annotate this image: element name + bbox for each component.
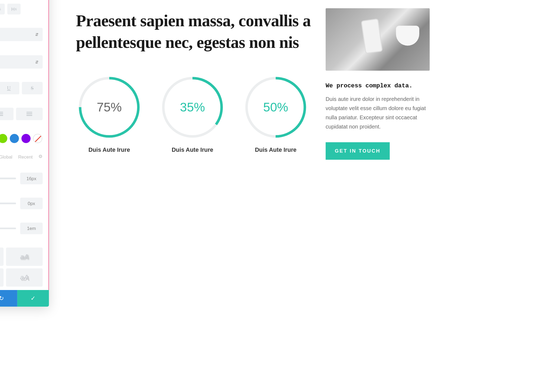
heading-level-h6[interactable]: H6 [7, 4, 21, 14]
color-swatch-6[interactable] [10, 134, 19, 143]
preview-headline: Praesent sapien massa, convallis a pelle… [76, 10, 313, 53]
svg-rect-15 [0, 115, 3, 116]
gear-icon[interactable]: ⚙ [38, 154, 42, 159]
preview-subheadline: We process complex data. [326, 82, 430, 89]
svg-rect-14 [0, 114, 3, 114]
global-colors-tab[interactable]: Global [0, 154, 12, 159]
font-select[interactable]: Default [0, 28, 43, 41]
spacing-value[interactable]: 0px [20, 197, 43, 209]
lineheight-label: Title Line Height [0, 214, 43, 219]
shadow-preset-5[interactable]: aA [6, 268, 43, 287]
svg-rect-18 [26, 115, 32, 116]
svg-rect-13 [0, 112, 3, 112]
cta-button[interactable]: GET IN TOUCH [326, 142, 390, 160]
shadow-preset-2[interactable]: aA [6, 248, 43, 266]
strikethrough-button[interactable]: S [22, 82, 42, 94]
size-value[interactable]: 16px [20, 173, 43, 184]
shadow-preset-1[interactable]: aA [0, 248, 4, 266]
size-slider[interactable] [0, 178, 16, 179]
circle-counter-2: 50%Duis Aute Irure [242, 74, 309, 153]
weight-label: Title Font Weight↺ [0, 46, 43, 52]
font-label: Title Font [0, 19, 43, 24]
page-preview: Praesent sapien massa, convallis a pelle… [76, 10, 430, 160]
align-justify-button[interactable] [16, 108, 43, 120]
heading-level-h5[interactable]: H5 [0, 4, 5, 14]
weight-select[interactable]: Semi Bold [0, 55, 43, 68]
style-label: Title Font Style [0, 74, 43, 78]
panel-footer: ✕ ↺ ↻ ✓ [0, 290, 49, 307]
recent-colors-tab[interactable]: Recent [18, 154, 33, 159]
color-swatch-5[interactable] [0, 134, 7, 143]
shadow-preset-4[interactable]: aA [0, 268, 4, 287]
svg-rect-16 [26, 112, 32, 112]
underline-button[interactable]: U [0, 82, 19, 94]
align-label: Title Text Alignment [0, 99, 43, 104]
panel-body: Title Text ⌃ ⋮ Title Heading Level H1H2H… [0, 0, 49, 290]
circle-counter-1: 35%Duis Aute Irure [159, 74, 226, 153]
heading-level-label: Title Heading Level [0, 0, 43, 0]
size-label: Title Text Size [0, 164, 43, 169]
no-color-swatch[interactable] [33, 134, 42, 143]
spacing-slider[interactable] [0, 203, 16, 204]
circle-counter-0: 75%Duis Aute Irure [76, 74, 143, 153]
preview-image [326, 8, 430, 71]
settings-panel: Circle Counter Settings Preset: Default … [0, 0, 49, 307]
redo-button[interactable]: ↻ [0, 290, 17, 307]
lineheight-slider[interactable] [0, 228, 16, 229]
align-right-button[interactable] [0, 108, 14, 120]
preview-body: Duis aute irure dolor in reprehenderit i… [326, 95, 430, 131]
lineheight-value[interactable]: 1em [20, 223, 43, 234]
spacing-label: Title Letter Spacing [0, 189, 43, 194]
more-swatches-icon[interactable]: ••• [0, 145, 43, 151]
shadow-label: Title Text Shadow [0, 239, 43, 244]
color-swatch-7[interactable] [21, 134, 31, 143]
save-button[interactable]: ✓ [17, 290, 49, 307]
svg-rect-17 [26, 114, 32, 114]
color-label: Title Text Color ? ☐ ➤ ⋮ [0, 125, 43, 131]
